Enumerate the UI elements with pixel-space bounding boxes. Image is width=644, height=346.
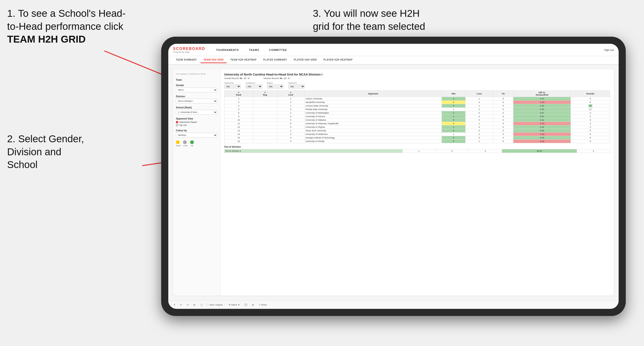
logo: SCOREBOARD Powered by clippi [173,47,205,53]
radio-dot-unselected [176,124,178,126]
colour-by-select[interactable]: Win/loss [176,133,217,138]
cell-rank: 4 [224,104,253,108]
main-content: Last Updated: 27/03/2024 16:55:38 Team G… [168,65,619,300]
h2h-table: #Rank #Reg #Conf Opponent Win Loss Tie D… [224,90,610,143]
table-row: 6 2 Florida State University 1 2 0 1.83 … [224,108,610,111]
cell-opponent: Auburn University [304,97,442,101]
gender-select[interactable]: Men's [176,88,217,92]
region-filter-select[interactable]: (All) [267,84,284,89]
cell-reg [253,108,277,111]
cell-rounds: 8 [571,101,610,104]
cell-opponent: Texas Tech University [304,129,442,133]
radio-group: Opponents Played Top 100 [176,121,217,126]
sub-nav-team-h2h-grid[interactable]: TEAM H2H GRID [200,57,226,63]
colour-by-label: Colour by [176,129,217,132]
cell-opponent: Georgia Institute of Technology [304,136,442,140]
left-panel: Last Updated: 27/03/2024 16:55:38 Team G… [173,69,220,296]
sign-out-button[interactable]: | Sign out [603,48,614,51]
cell-reg [253,133,277,136]
filter-region: Region (All) [267,82,284,89]
separator-1: | [224,304,225,306]
col-reg: #Reg [253,91,277,97]
refresh-button[interactable]: ↺ [185,303,190,307]
cell-rounds: 8 [571,118,610,122]
radio-top100[interactable]: Top 100 [176,124,217,126]
cell-rank: 2 [224,97,253,101]
radio-opponents-played[interactable]: Opponents Played [176,121,217,123]
sub-nav-player-summary[interactable]: PLAYER SUMMARY [260,57,290,63]
cell-rank: 14 [224,133,253,136]
grid-title: University of North Carolina Head-to-Hea… [224,73,610,76]
cell-win: 3 [442,140,465,143]
grid-button[interactable]: ⊞ [250,303,255,307]
col-tie: Tie [493,91,513,97]
copy-button[interactable]: ⊞ [192,303,197,307]
division-select[interactable]: NCAA Division I [176,99,217,103]
share-button[interactable]: ↗ Share [257,303,268,307]
cell-rounds: 3 [571,111,610,115]
conference-filter-select[interactable]: (All) [246,84,262,89]
cell-tie: 0 [493,97,513,101]
table-row: 2 1 Auburn University 2 1 0 1.67 9 [224,97,610,101]
undo-button[interactable]: ↺ [172,303,177,307]
division-field-group: Division NCAA Division I [176,95,217,103]
cell-rank: 6 [224,108,253,111]
col-win: Win [442,91,465,97]
cell-win: 3 [442,129,465,133]
comment-button[interactable]: 💬 [243,303,249,307]
cell-loss: 1 [465,122,493,125]
cell-win: 0 [442,101,465,104]
odd-name: NCAA Division II [224,149,402,153]
logo-text: SCOREBOARD [173,47,205,51]
watch-button[interactable]: 👁 Watch ▼ [227,303,241,307]
nav-committee[interactable]: COMMITTEE [268,48,288,52]
nav-bar: SCOREBOARD Powered by clippi TOURNAMENTS… [168,44,619,56]
cell-loss: 1 [465,97,493,101]
col-conf: #Conf [277,91,304,97]
opponents-filter-select[interactable]: (All) [224,84,241,89]
redo-button[interactable]: ↻ [179,303,184,307]
cell-rounds: 9 [571,140,610,143]
cell-diff: 3.67 [514,111,571,115]
opponent-filter-select[interactable]: (All) [288,84,305,89]
out-of-division-header: Out of division [224,146,610,148]
cell-conf: 2 [277,133,304,136]
cell-rounds: 9 [571,129,610,133]
cell-opponent: Florida State University [304,108,442,111]
clock-button[interactable]: 🕐 [199,303,204,307]
sub-nav-team-h2h-heatmap[interactable]: TEAM H2H HEATMAP [228,57,260,63]
cell-opponent: Vanderbilt University [304,101,442,104]
cell-diff: 4.50 [514,136,571,140]
cell-conf: 3 [277,115,304,118]
cell-diff: -1.00 [514,133,571,136]
sub-nav-team-summary[interactable]: TEAM SUMMARY [173,57,200,63]
filter-row: Opponents: (All) Conference (All) [224,82,610,89]
cell-rank: 15 [224,136,253,140]
color-dot-up [190,140,194,144]
cell-diff: -6.42 [514,140,571,143]
cell-win: 3 [442,118,465,122]
cell-reg [253,115,277,118]
table-row: 14 2 University of Oklahoma 1 2 0 -1.00 … [224,133,610,136]
nav-teams[interactable]: TEAMS [248,48,261,52]
sub-nav-player-h2h-heatmap[interactable]: PLAYER H2H HEATMAP [321,57,356,63]
table-row: 4 1 Arizona State University 5 1 0 2.29 … [224,104,610,108]
view-original[interactable]: 📄 View: Original [206,304,222,306]
annotation-1: 1. To see a School's Head- to-Head perfo… [7,7,126,46]
school-select[interactable]: 1. University of Nort... [176,110,217,115]
col-opponent: Opponent [304,91,442,97]
cell-rank: 10 [224,118,253,122]
cell-reg [253,97,277,101]
cell-loss: 0 [465,125,493,129]
color-legend: Down Level Up [176,140,217,147]
table-row: 16 3 University of Florida 3 1 0 -6.42 9 [224,140,610,143]
nav-tournaments[interactable]: TOURNAMENTS [215,48,240,52]
cell-rounds: 3 [571,122,610,125]
cell-opponent: University of Florida [304,140,442,143]
cell-tie: 0 [493,104,513,108]
sub-nav-player-h2h-grid[interactable]: PLAYER H2H GRID [291,57,320,63]
cell-reg [253,118,277,122]
cell-conf: 1 [277,97,304,101]
cell-rank: 11 [224,122,253,125]
cell-win: 1 [442,108,465,111]
